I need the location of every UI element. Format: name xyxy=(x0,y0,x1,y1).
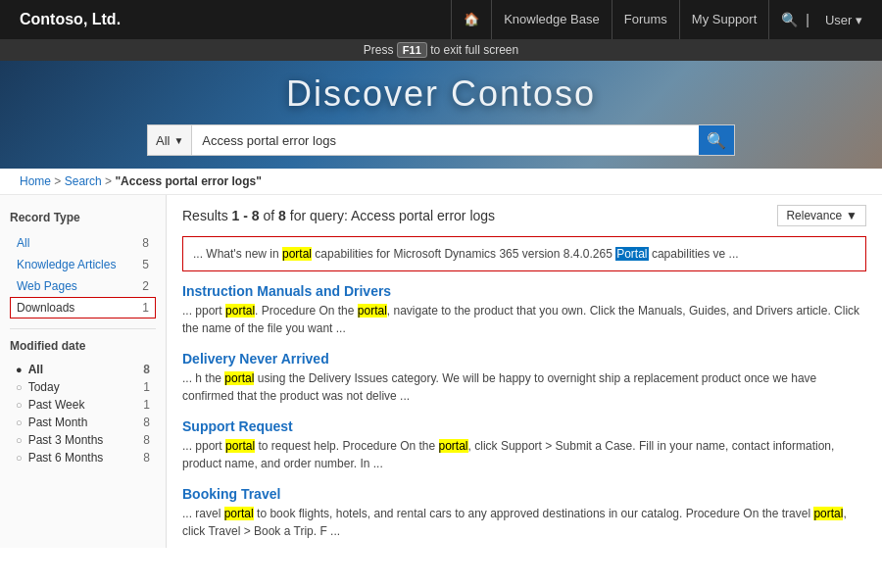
search-button[interactable]: 🔍 xyxy=(699,125,734,155)
breadcrumb: Home > Search > "Access portal error log… xyxy=(0,169,882,195)
date-today-label: Today xyxy=(28,380,60,394)
breadcrumb-current: "Access portal error logs" xyxy=(115,174,261,188)
hl-portal-6: portal xyxy=(439,439,468,453)
sidebar-ka-label: Knowledge Articles xyxy=(17,258,116,271)
first-result-box: ... What's new in portal capabilities fo… xyxy=(182,236,866,271)
sort-arrow-icon: ▼ xyxy=(846,209,858,222)
sidebar-web-label: Web Pages xyxy=(17,279,77,293)
search-type-dropdown[interactable]: All ▼ xyxy=(148,125,192,155)
date-pw-count: 1 xyxy=(143,398,150,412)
results-header: Results 1 - 8 of 8 for query: Access por… xyxy=(182,205,866,226)
results-area: Results 1 - 8 of 8 for query: Access por… xyxy=(167,195,882,548)
date-past3m-label: Past 3 Months xyxy=(28,433,104,447)
breadcrumb-sep2: > xyxy=(105,174,115,188)
nav-forums-link[interactable]: Forums xyxy=(612,0,680,39)
radio-today-icon: ○ xyxy=(16,381,23,393)
hl-portal-8: portal xyxy=(813,507,843,520)
hero-search-bar: All ▼ 🔍 xyxy=(147,124,735,156)
result-snippet-3: ... pport portal to request help. Proced… xyxy=(182,437,866,472)
radio-all-icon: ● xyxy=(16,364,23,375)
result-item-1: Instruction Manuals and Drivers ... ppor… xyxy=(182,283,866,337)
date-pm-count: 8 xyxy=(143,416,150,429)
sidebar-filter-ka[interactable]: Knowledge Articles 5 xyxy=(10,254,156,275)
radio-p6m-icon: ○ xyxy=(16,452,23,464)
hl-portal-7: portal xyxy=(224,507,254,520)
nav-home-link[interactable]: 🏠 xyxy=(451,0,492,39)
date-past6m-label: Past 6 Months xyxy=(28,451,104,465)
date-filter-pastmonth[interactable]: ○ Past Month 8 xyxy=(10,414,156,431)
date-all-label: All xyxy=(28,363,43,376)
hero-section: Discover Contoso All ▼ 🔍 xyxy=(0,61,882,169)
sidebar-divider xyxy=(10,328,156,329)
date-p6m-count: 8 xyxy=(143,451,150,465)
sidebar-ka-count: 5 xyxy=(142,258,149,271)
result-snippet-2: ... h the portal using the Delivery Issu… xyxy=(182,369,866,405)
radio-pm-icon: ○ xyxy=(16,416,23,428)
date-filter-past6months[interactable]: ○ Past 6 Months 8 xyxy=(10,449,156,466)
record-type-title: Record Type xyxy=(10,211,156,224)
breadcrumb-sep1: > xyxy=(54,174,64,188)
search-input[interactable] xyxy=(192,133,699,148)
first-result-snippet: ... What's new in portal capabilities fo… xyxy=(193,245,856,263)
result-item-4: Booking Travel ... ravel portal to book … xyxy=(182,486,866,540)
hero-title: Discover Contoso xyxy=(286,74,596,115)
result-snippet-1: ... pport portal. Procedure On the porta… xyxy=(182,302,866,337)
date-all-count: 8 xyxy=(143,363,150,376)
nav-kb-link[interactable]: Knowledge Base xyxy=(492,0,612,39)
radio-pw-icon: ○ xyxy=(16,399,23,411)
date-filter-all[interactable]: ● All 8 xyxy=(10,361,156,378)
sidebar-web-count: 2 xyxy=(142,279,149,293)
sidebar: Record Type All 8 Knowledge Articles 5 W… xyxy=(0,195,167,548)
fullscreen-notice: Press F11 to exit full screen xyxy=(0,39,882,61)
result-snippet-4: ... ravel portal to book flights, hotels… xyxy=(182,505,866,540)
hl-portal-4: portal xyxy=(224,371,254,385)
sidebar-all-label: All xyxy=(17,236,29,250)
date-filter-past3months[interactable]: ○ Past 3 Months 8 xyxy=(10,431,156,449)
result-title-4[interactable]: Booking Travel xyxy=(182,486,866,502)
hl-portal-2: portal xyxy=(225,304,255,318)
highlight-portal-cap: Portal xyxy=(615,247,648,261)
dropdown-arrow-icon: ▼ xyxy=(173,135,183,146)
sidebar-filter-downloads[interactable]: Downloads 1 xyxy=(10,297,156,318)
sort-dropdown[interactable]: Relevance ▼ xyxy=(777,205,866,226)
sidebar-downloads-count: 1 xyxy=(142,301,149,315)
result-title-3[interactable]: Support Request xyxy=(182,418,866,434)
highlight-portal-1: portal xyxy=(282,247,312,261)
search-type-label: All xyxy=(156,133,170,148)
date-today-count: 1 xyxy=(143,380,150,394)
user-menu[interactable]: User ▾ xyxy=(809,13,862,27)
modified-date-title: Modified date xyxy=(10,339,156,353)
date-pastweek-label: Past Week xyxy=(28,398,85,412)
result-item-2: Delivery Never Arrived ... h the portal … xyxy=(182,351,866,405)
notice-suffix: to exit full screen xyxy=(430,43,518,57)
user-label: User ▾ xyxy=(817,13,862,27)
notice-prefix: Press xyxy=(364,43,397,57)
date-pastmonth-label: Past Month xyxy=(28,416,88,429)
breadcrumb-search[interactable]: Search xyxy=(65,174,102,188)
radio-p3m-icon: ○ xyxy=(16,434,23,446)
date-filter-today[interactable]: ○ Today 1 xyxy=(10,378,156,396)
nav-my-support-link[interactable]: My Support xyxy=(680,0,769,39)
result-title-2[interactable]: Delivery Never Arrived xyxy=(182,351,866,367)
date-p3m-count: 8 xyxy=(143,433,150,447)
results-summary: Results 1 - 8 of 8 for query: Access por… xyxy=(182,208,495,223)
sidebar-filter-all[interactable]: All 8 xyxy=(10,232,156,254)
search-icon[interactable]: 🔍 xyxy=(781,12,798,27)
breadcrumb-home[interactable]: Home xyxy=(20,174,51,188)
result-item-3: Support Request ... pport portal to requ… xyxy=(182,418,866,472)
main-content: Record Type All 8 Knowledge Articles 5 W… xyxy=(0,195,882,548)
hl-portal-5: portal xyxy=(225,439,255,453)
sidebar-filter-web[interactable]: Web Pages 2 xyxy=(10,275,156,297)
f11-key: F11 xyxy=(397,42,427,58)
brand-name: Contoso, Ltd. xyxy=(20,11,121,28)
sidebar-downloads-label: Downloads xyxy=(17,301,74,315)
sidebar-all-count: 8 xyxy=(142,236,149,250)
result-title-1[interactable]: Instruction Manuals and Drivers xyxy=(182,283,866,299)
nav-links: 🏠 Knowledge Base Forums My Support xyxy=(451,0,769,39)
nav-icons: 🔍 | xyxy=(769,12,809,27)
sort-label: Relevance xyxy=(786,209,842,222)
hl-portal-3: portal xyxy=(358,304,387,318)
date-filter-pastweek[interactable]: ○ Past Week 1 xyxy=(10,396,156,414)
top-nav: Contoso, Ltd. 🏠 Knowledge Base Forums My… xyxy=(0,0,882,39)
